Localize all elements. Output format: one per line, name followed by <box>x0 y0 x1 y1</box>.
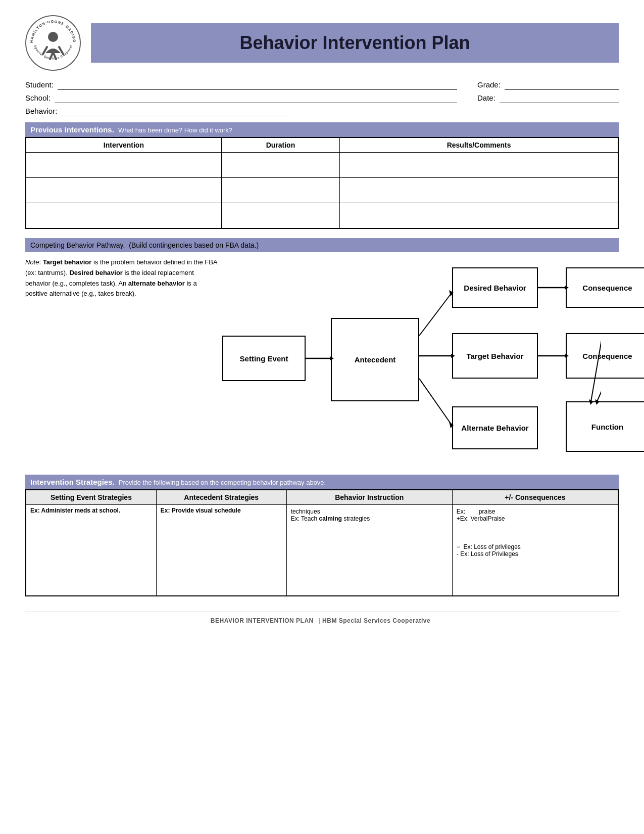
student-field-group: Student: <box>25 80 457 90</box>
student-input[interactable] <box>58 80 457 90</box>
behavior-input[interactable] <box>61 106 288 116</box>
footer-text: BEHAVIOR INTERVENTION PLAN <box>211 617 314 624</box>
consequences-cell[interactable]: Ex: praise +Ex: VerbalPraise − Ex: Loss … <box>452 505 618 596</box>
duration-cell[interactable] <box>221 153 339 178</box>
table-row <box>26 178 618 203</box>
cbp-diagram-inner: Desired Behavior Consequence Setting Eve… <box>222 257 601 470</box>
behavior-instruction-cell[interactable]: techniques Ex: Teach calming strategies <box>286 505 452 596</box>
cbp-sub: (Build contingencies based on FBA data.) <box>129 241 259 249</box>
behavior-field-group: Behavior: <box>25 106 288 116</box>
svg-line-11 <box>419 294 451 336</box>
table-row <box>26 153 618 178</box>
svg-line-13 <box>419 379 451 424</box>
page-title: Behavior Intervention Plan <box>101 32 609 54</box>
page-header: HAMILTON·BOONE·MADISON· Special Services… <box>25 15 619 71</box>
consequence-top-box: Consequence <box>566 267 644 308</box>
int-strat-table-container: Setting Event Strategies Antecedent Stra… <box>25 489 619 596</box>
antecedent-box: Antecedent <box>331 318 419 401</box>
setting-event-box: Setting Event <box>222 336 306 381</box>
date-input[interactable] <box>500 93 619 103</box>
logo: HAMILTON·BOONE·MADISON· Special Services… <box>25 15 81 71</box>
date-label: Date: <box>477 94 496 103</box>
col-behavior-instruction: Behavior Instruction <box>286 490 452 505</box>
form-fields: Student: Grade: School: Date: Behavior: <box>25 80 619 116</box>
grade-input[interactable] <box>505 80 619 90</box>
cbp-layout: Note: Target behavior is the problem beh… <box>25 257 619 470</box>
grade-field-group: Grade: <box>477 80 619 90</box>
form-row-1: Student: Grade: <box>25 80 619 90</box>
col-duration: Duration <box>221 138 339 153</box>
prev-interventions-header: Previous Interventions. What has been do… <box>25 122 619 137</box>
setting-event-strat-cell[interactable]: Ex: Administer meds at school. <box>26 505 157 596</box>
int-strat-sub: Provide the following based on the compe… <box>119 479 326 486</box>
int-strat-header: Intervention Strategies. Provide the fol… <box>25 475 619 489</box>
school-label: School: <box>25 94 51 103</box>
target-behavior-box: Target Behavior <box>452 333 538 379</box>
intervention-cell[interactable] <box>26 203 222 228</box>
prev-interventions-table-container: Intervention Duration Results/Comments <box>25 137 619 229</box>
title-box: Behavior Intervention Plan <box>91 23 619 63</box>
function-box: Function <box>566 401 644 452</box>
int-strat-title: Intervention Strategies. <box>30 478 115 486</box>
prev-interventions-sub: What has been done? How did it work? <box>118 126 232 134</box>
svg-point-2 <box>48 32 58 42</box>
col-consequences: +/- Consequences <box>452 490 618 505</box>
int-strat-header-row: Setting Event Strategies Antecedent Stra… <box>26 490 618 505</box>
cbp-title: Competing Behavior Pathway. <box>30 241 125 249</box>
cbp-diagram: Desired Behavior Consequence Setting Eve… <box>222 257 619 470</box>
antecedent-strat-cell[interactable]: Ex: Provide visual schedule <box>156 505 286 596</box>
consequence-mid-box: Consequence <box>566 333 644 379</box>
results-cell[interactable] <box>340 153 618 178</box>
form-row-3: Behavior: <box>25 106 619 116</box>
school-input[interactable] <box>55 93 457 103</box>
page-footer: BEHAVIOR INTERVENTION PLAN | HBM Special… <box>25 612 619 624</box>
cbp-note-text: Note: Target behavior is the problem beh… <box>25 258 217 297</box>
desired-behavior-box: Desired Behavior <box>452 267 538 308</box>
svg-line-21 <box>597 379 601 401</box>
int-strat-row: Ex: Administer meds at school. Ex: Provi… <box>26 505 618 596</box>
date-field-group: Date: <box>477 93 619 103</box>
alternate-behavior-box: Alternate Behavior <box>452 406 538 449</box>
intervention-cell[interactable] <box>26 178 222 203</box>
form-row-2: School: Date: <box>25 93 619 103</box>
behavior-label: Behavior: <box>25 107 57 116</box>
school-field-group: School: <box>25 93 457 103</box>
prev-interventions-title: Previous Interventions. <box>30 125 114 134</box>
col-antecedent-strat: Antecedent Strategies <box>156 490 286 505</box>
duration-cell[interactable] <box>221 178 339 203</box>
student-label: Student: <box>25 80 54 90</box>
prev-interventions-table: Intervention Duration Results/Comments <box>26 137 618 228</box>
cbp-note: Note: Target behavior is the problem beh… <box>25 257 222 299</box>
col-intervention: Intervention <box>26 138 222 153</box>
table-row <box>26 203 618 228</box>
table-header-row: Intervention Duration Results/Comments <box>26 138 618 153</box>
duration-cell[interactable] <box>221 203 339 228</box>
col-results: Results/Comments <box>340 138 618 153</box>
grade-label: Grade: <box>477 80 501 90</box>
cbp-header: Competing Behavior Pathway. (Build conti… <box>25 238 619 252</box>
footer-org: HBM Special Services Cooperative <box>322 617 430 624</box>
col-setting-event-strat: Setting Event Strategies <box>26 490 157 505</box>
intervention-cell[interactable] <box>26 153 222 178</box>
int-strat-table: Setting Event Strategies Antecedent Stra… <box>26 490 618 596</box>
results-cell[interactable] <box>340 203 618 228</box>
results-cell[interactable] <box>340 178 618 203</box>
